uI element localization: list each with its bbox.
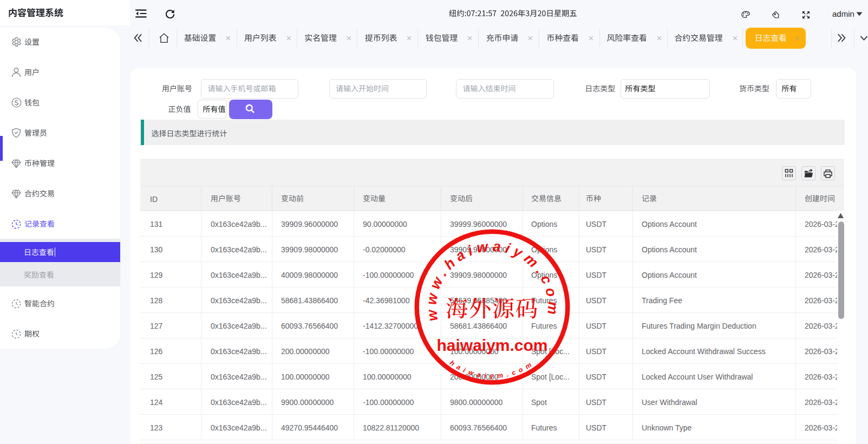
svg-text:haiwaiym.com: haiwaiym.com (436, 336, 547, 354)
